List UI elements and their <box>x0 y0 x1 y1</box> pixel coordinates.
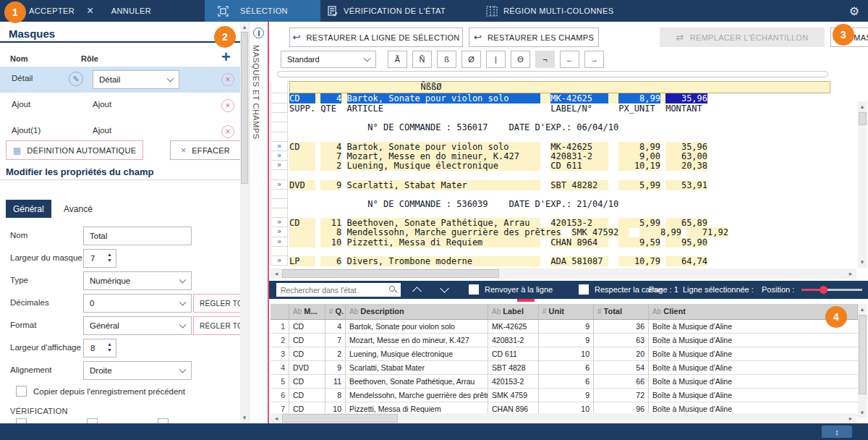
report-line[interactable] <box>271 132 842 142</box>
accept-button[interactable]: ACCEPTER <box>29 0 75 22</box>
scroll-left-icon[interactable]: ◂ <box>272 414 281 423</box>
table-row[interactable]: 2CD7Mozart, Messe en do mineur, K.427420… <box>271 334 858 347</box>
report-line[interactable]: SUPP. QTE ARTICLE LABEL/N° PX_UNIT MONTA… <box>271 103 842 113</box>
row-handle[interactable] <box>271 122 288 132</box>
pin-icon[interactable] <box>253 28 264 38</box>
mask-row-detail[interactable]: Détail ✎ Détail × <box>0 67 240 93</box>
left-panel-scrollbar[interactable]: ▴ ▾ <box>240 22 249 423</box>
scroll-up-icon[interactable]: ▴ <box>240 22 249 31</box>
row-handle[interactable] <box>271 247 288 256</box>
expand-table-button[interactable]: ↕ <box>822 426 852 438</box>
row-handle[interactable] <box>271 113 288 122</box>
column-header-description[interactable]: AbDescription <box>346 304 488 319</box>
report-vscrollbar[interactable]: ▴ ▾ <box>858 101 867 268</box>
report-top-scroll-track[interactable] <box>277 71 828 77</box>
search-prev-icon[interactable] <box>412 287 422 296</box>
delete-mask-icon[interactable]: × <box>221 73 234 86</box>
row-handle[interactable] <box>271 199 288 208</box>
report-line[interactable]: N° DE COMMANDE : 536017 DATE D'EXP.: 06/… <box>271 122 842 132</box>
column-header-label[interactable]: AbLabel <box>488 304 539 319</box>
report-line[interactable]: ÑßßØ <box>271 81 842 93</box>
scroll-down-icon[interactable]: ▾ <box>858 408 867 417</box>
char-button[interactable]: Ã <box>388 51 407 68</box>
delete-mask-icon[interactable]: × <box>221 125 234 138</box>
match-case-checkbox[interactable] <box>579 284 589 295</box>
column-header-q[interactable]: #Q. <box>326 304 346 319</box>
delete-mask-icon[interactable]: × <box>221 99 234 112</box>
stepper-arrows[interactable]: ▲ ▼ <box>107 252 112 263</box>
char-button[interactable]: Θ <box>511 51 530 68</box>
clear-button[interactable]: × EFFACER <box>170 140 240 160</box>
restore-selection-line-button[interactable]: ↩ RESTAURER LA LIGNE DE SÉLECTION <box>289 28 463 47</box>
table-row[interactable]: 6CD8Mendelssohn, Marche guerrière des pr… <box>271 389 858 402</box>
auto-define-button[interactable]: ▦ DÉFINITION AUTOMATIQUE <box>6 140 143 160</box>
scroll-right-icon[interactable]: ▸ <box>846 269 855 278</box>
report-line[interactable]: »LP 6 Divers, Trombone moderne ADA 58108… <box>271 256 842 266</box>
scrollbar-thumb[interactable] <box>859 315 867 394</box>
nom-field[interactable] <box>83 227 192 245</box>
table-row[interactable]: 3CD2Luening, Musique électroniqueCD 6111… <box>271 347 858 361</box>
decimals-select[interactable]: 0 <box>83 294 192 313</box>
report-line[interactable] <box>271 247 842 256</box>
table-vscrollbar[interactable]: ▴ ▾ <box>858 304 867 418</box>
row-handle[interactable]: » <box>271 256 288 266</box>
tab-verification[interactable]: VÉRIFICATION DE L'ÉTAT <box>327 0 446 22</box>
verification-checkbox[interactable] <box>158 418 169 423</box>
report-line[interactable]: »CD 4 Bartok, Sonate pour violon solo MK… <box>271 142 842 151</box>
row-handle[interactable] <box>271 208 288 218</box>
row-handle[interactable]: » <box>271 237 288 247</box>
spin-down-icon[interactable]: ▼ <box>107 347 112 352</box>
table-row[interactable]: 4DVD9Scarlatti, Stabat MaterSBT 4828654B… <box>271 361 858 375</box>
column-header-total[interactable]: #Total <box>594 304 649 319</box>
row-handle[interactable] <box>271 93 288 103</box>
spin-down-icon[interactable]: ▼ <box>107 258 112 263</box>
report-line[interactable] <box>271 190 842 199</box>
scrollbar-thumb[interactable] <box>282 414 398 423</box>
tab-advanced[interactable]: Avancé <box>56 200 100 218</box>
report-line[interactable] <box>271 208 842 218</box>
row-handle[interactable]: » <box>271 151 288 161</box>
row-handle[interactable] <box>271 81 288 93</box>
mask-width-stepper[interactable]: 7 ▲ ▼ <box>83 249 116 268</box>
row-handle[interactable]: » <box>271 180 288 190</box>
scroll-up-icon[interactable]: ▴ <box>858 305 867 313</box>
alignment-select[interactable]: Droite <box>83 361 192 380</box>
cancel-button[interactable]: × ANNULER <box>87 0 151 22</box>
row-handle[interactable] <box>271 170 288 179</box>
display-width-stepper[interactable]: 8 ▲ ▼ <box>83 339 116 358</box>
side-tab-masks-fields[interactable]: MASQUES ET CHAMPS <box>252 45 260 140</box>
format-select[interactable]: Général <box>83 316 192 335</box>
pencil-icon[interactable]: ✎ <box>69 72 83 86</box>
charset-select[interactable]: Standard <box>281 51 376 68</box>
restore-fields-button[interactable]: ↩ RESTAURER LES CHAMPS <box>469 28 599 47</box>
report-line[interactable]: » 8 Mendelssohn, Marche guerrière des pr… <box>271 227 842 237</box>
report-line[interactable]: » 10 Pizzetti, Messa di Requiem CHAN 896… <box>271 237 842 247</box>
mask-role-select[interactable]: Détail <box>93 70 179 89</box>
char-button[interactable]: → <box>584 51 604 68</box>
splitter-indicator[interactable] <box>517 299 535 302</box>
report-line[interactable] <box>271 170 842 179</box>
column-header-unit[interactable]: #Unit <box>539 304 594 319</box>
report-line[interactable]: N° DE COMMANDE : 536039 DATE D'EXP.: 21/… <box>271 199 842 208</box>
report-line[interactable]: » 7 Mozart, Messe en do mineur, K.427 42… <box>271 151 842 161</box>
spin-up-icon[interactable]: ▲ <box>107 342 112 347</box>
tab-general[interactable]: Général <box>6 200 51 218</box>
scrollbar-thumb[interactable] <box>241 32 248 184</box>
report-hscrollbar[interactable]: ◂ ▸ <box>271 268 856 279</box>
tab-multicolumn[interactable]: RÉGION MULTI-COLONNES <box>486 0 613 22</box>
column-header-m[interactable]: AbM... <box>289 304 326 319</box>
char-button[interactable]: Ø <box>461 51 481 68</box>
scroll-right-icon[interactable]: ▸ <box>846 414 855 423</box>
scrollbar-thumb[interactable] <box>282 269 499 278</box>
verification-checkbox[interactable] <box>87 418 98 423</box>
row-handle[interactable] <box>271 190 288 199</box>
spin-up-icon[interactable]: ▲ <box>107 252 112 257</box>
table-row[interactable]: 5CD11Beethoven, Sonate Pathétique, Arrau… <box>271 375 858 389</box>
report-line[interactable]: »CD 11 Beethoven, Sonate Pathétique, Arr… <box>271 218 842 227</box>
char-button[interactable]: ¬ <box>535 51 555 68</box>
row-handle[interactable]: » <box>271 161 288 170</box>
type-select[interactable]: Numérique <box>83 271 192 290</box>
report-line[interactable]: CD 4 Bartok, Sonate pour violon solo MK-… <box>271 93 842 103</box>
char-button[interactable]: ← <box>560 51 579 68</box>
tab-selection[interactable]: SÉLECTION <box>205 0 320 22</box>
